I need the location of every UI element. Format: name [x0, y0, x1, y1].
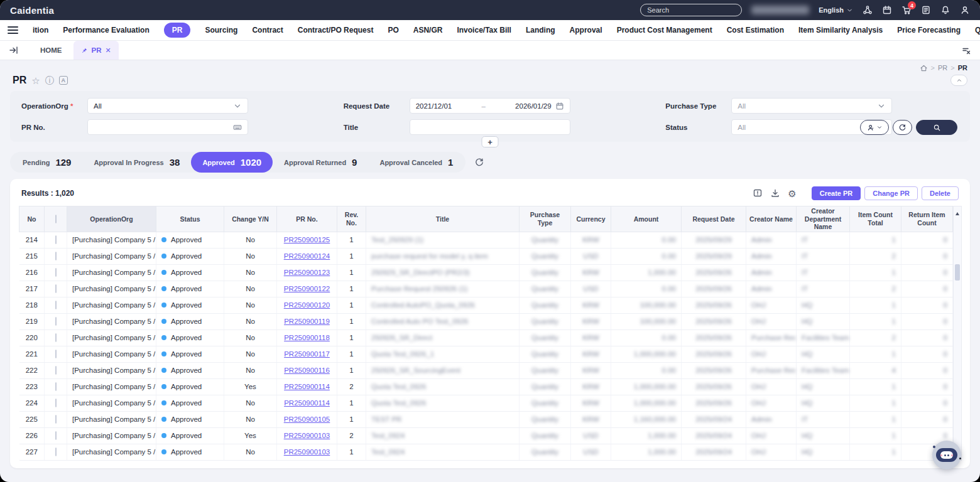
column-header-cur[interactable]: Currency	[571, 206, 611, 232]
language-selector[interactable]: English	[819, 6, 853, 14]
pr-number-link[interactable]: PR250900118	[284, 334, 330, 341]
pr-number-link[interactable]: PR250900103	[284, 432, 330, 439]
row-checkbox[interactable]	[55, 268, 57, 277]
column-header-title[interactable]: Title	[366, 206, 520, 232]
global-search-input[interactable]	[646, 6, 738, 14]
table-scrollbar[interactable]	[953, 206, 962, 461]
hamburger-icon[interactable]	[8, 26, 18, 34]
status-tab-approval-in-progress[interactable]: Approval In Progress38	[82, 152, 191, 173]
breadcrumb-item[interactable]: PR	[938, 64, 947, 72]
row-checkbox[interactable]	[55, 382, 57, 391]
row-checkbox[interactable]	[55, 431, 57, 440]
pr-number-link[interactable]: PR250900124	[284, 252, 330, 260]
menu-item-price-forecasting[interactable]: Price Forecasting	[897, 26, 961, 35]
row-checkbox[interactable]	[55, 333, 57, 342]
favorite-star-icon[interactable]: ☆	[31, 76, 40, 85]
purchase-type-select[interactable]: All	[731, 98, 892, 114]
tab-pr[interactable]: PR ✕	[74, 41, 119, 60]
menu-item-quotation-analysis[interactable]: Quotation Analysis	[975, 26, 980, 35]
global-search[interactable]	[640, 4, 742, 16]
pr-number-link[interactable]: PR250900123	[284, 269, 330, 276]
cart-button[interactable]: 4	[901, 5, 912, 15]
row-checkbox[interactable]	[55, 284, 57, 293]
pr-number-link[interactable]: PR250900103	[284, 448, 330, 456]
pr-number-link[interactable]: PR250900114	[284, 383, 330, 390]
note-icon[interactable]	[921, 5, 931, 15]
menu-item-po[interactable]: PO	[388, 26, 398, 35]
calendar-icon[interactable]	[555, 102, 564, 110]
menu-item-cost-estimation[interactable]: Cost Estimation	[727, 26, 784, 35]
pr-number-link[interactable]: PR250900125	[284, 236, 330, 244]
saved-search-user-button[interactable]	[860, 120, 889, 135]
expand-filter-button[interactable]: +	[482, 136, 499, 147]
ai-assistant-button[interactable]	[932, 441, 961, 469]
status-tab-approved[interactable]: Approved1020	[191, 152, 273, 173]
menu-item-item-similarity-analysis[interactable]: Item Similarity Analysis	[798, 26, 883, 35]
menu-item-approval[interactable]: Approval	[570, 26, 602, 35]
row-checkbox[interactable]	[55, 447, 57, 456]
column-header-amount[interactable]: Amount	[611, 206, 682, 232]
column-header-creator[interactable]: Creator Name	[746, 206, 797, 232]
grid-settings-icon[interactable]: ⚙	[788, 189, 796, 198]
menu-item-asn-gr[interactable]: ASN/GR	[413, 26, 443, 35]
date-from[interactable]: 2021/12/01	[416, 102, 452, 110]
row-checkbox[interactable]	[55, 252, 57, 260]
user-icon[interactable]	[960, 5, 970, 15]
menu-item-invoice-tax-bill[interactable]: Invoice/Tax Bill	[457, 26, 511, 35]
pr-number-link[interactable]: PR250900114	[284, 399, 330, 407]
calendar-icon[interactable]	[882, 5, 892, 15]
row-checkbox[interactable]	[55, 235, 57, 244]
grid-info-icon[interactable]	[753, 188, 763, 198]
date-to[interactable]: 2026/01/29	[515, 102, 552, 110]
menu-item-pr[interactable]: PR	[164, 23, 191, 38]
pr-number-link[interactable]: PR250900119	[284, 318, 330, 325]
column-header-op[interactable]: OperationOrg	[67, 206, 156, 232]
row-checkbox[interactable]	[55, 415, 57, 424]
tab-home[interactable]: HOME	[29, 41, 74, 60]
menu-item-contract[interactable]: Contract	[252, 26, 283, 35]
title-input[interactable]	[416, 123, 564, 132]
collapse-filter-button[interactable]	[950, 75, 967, 86]
refresh-counts-icon[interactable]	[474, 158, 484, 168]
request-date-range[interactable]: 2021/12/01 – 2026/01/29	[410, 98, 570, 114]
keyboard-icon[interactable]	[233, 123, 242, 132]
row-checkbox[interactable]	[55, 317, 57, 326]
pr-no-input[interactable]	[94, 123, 229, 132]
sitemap-icon[interactable]	[863, 5, 873, 15]
reset-filters-button[interactable]	[893, 120, 912, 135]
pr-number-link[interactable]: PR250900122	[284, 285, 330, 292]
close-tab-icon[interactable]: ✕	[105, 47, 111, 54]
column-header-dept[interactable]: Creator Department Name	[797, 206, 850, 232]
glossary-icon[interactable]: A	[59, 76, 68, 85]
operationorg-select[interactable]: All	[87, 98, 248, 114]
row-checkbox[interactable]	[55, 366, 57, 375]
delete-button[interactable]: Delete	[922, 186, 959, 200]
column-header-pr[interactable]: PR No.	[277, 206, 337, 232]
column-header-ptype[interactable]: Purchase Type	[520, 206, 571, 232]
select-all-checkbox[interactable]	[55, 215, 57, 223]
row-checkbox[interactable]	[55, 301, 57, 309]
menu-item-landing[interactable]: Landing	[526, 26, 555, 35]
column-header-cb[interactable]	[45, 206, 67, 232]
pr-number-link[interactable]: PR250900120	[284, 301, 330, 309]
pr-number-link[interactable]: PR250900117	[284, 350, 330, 358]
column-header-rev[interactable]: Rev. No.	[337, 206, 366, 232]
pr-number-link[interactable]: PR250900116	[284, 367, 330, 374]
column-header-no[interactable]: No	[19, 206, 45, 232]
menu-item-contract-po-request[interactable]: Contract/PO Request	[298, 26, 374, 35]
menu-item-sourcing[interactable]: Sourcing	[205, 26, 237, 35]
home-icon[interactable]	[920, 64, 928, 72]
download-icon[interactable]	[770, 188, 780, 198]
scroll-up-icon[interactable]	[956, 212, 959, 215]
scrollbar-thumb[interactable]	[955, 264, 960, 281]
column-header-status[interactable]: Status	[156, 206, 224, 232]
info-icon[interactable]: ⓘ	[45, 76, 54, 85]
column-header-returns[interactable]: Return Item Count	[901, 206, 953, 232]
change-pr-button[interactable]: Change PR	[864, 186, 918, 200]
row-checkbox[interactable]	[55, 399, 57, 407]
close-all-tabs-icon[interactable]	[961, 45, 971, 55]
status-tab-pending[interactable]: Pending129	[11, 152, 82, 173]
menu-item-product-cost-management[interactable]: Product Cost Management	[617, 26, 712, 35]
pr-number-link[interactable]: PR250900105	[284, 415, 330, 423]
expand-panel-icon[interactable]	[9, 45, 19, 55]
